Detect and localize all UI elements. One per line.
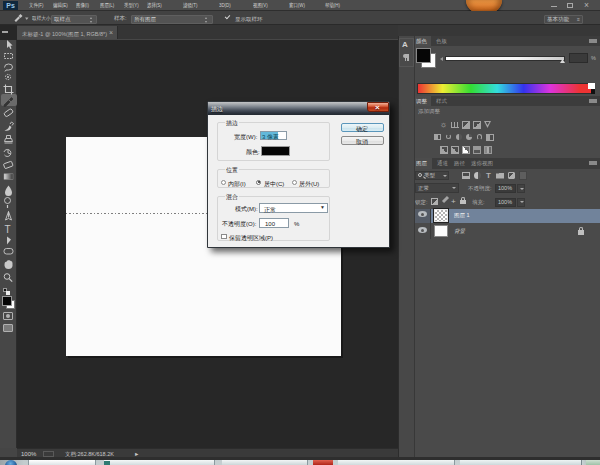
svg-text:T: T — [5, 224, 11, 235]
